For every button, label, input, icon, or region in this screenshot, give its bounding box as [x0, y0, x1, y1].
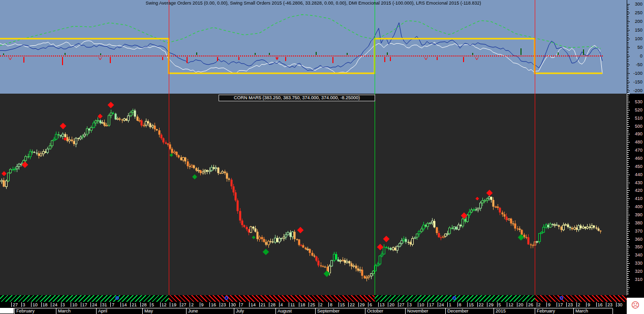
indicator-axis-tick — [627, 37, 629, 38]
day-label: 27 — [13, 302, 18, 307]
indicator-axis-label: 300 — [629, 2, 642, 7]
day-tick — [209, 302, 210, 307]
indicator-axis-tick — [627, 32, 629, 32]
price-axis-tick — [627, 102, 630, 102]
price-axis-tick — [627, 279, 630, 280]
price-axis-tick — [627, 152, 629, 153]
row-separator — [0, 308, 612, 308]
price-axis-tick — [627, 136, 629, 136]
day-label: 2 — [191, 302, 194, 307]
day-label: 22 — [479, 302, 484, 307]
day-label: 17 — [429, 302, 434, 307]
price-axis-label: 390 — [630, 212, 642, 217]
day-label: 28 — [270, 302, 275, 307]
day-tick — [398, 302, 398, 307]
indicator-axis-label: -100 — [629, 71, 642, 76]
indicator-axis-tick — [627, 61, 629, 62]
day-tick — [378, 302, 379, 307]
day-label: 8 — [330, 302, 332, 307]
indicator-axis-tick — [627, 26, 629, 27]
day-label: 10 — [419, 302, 424, 307]
day-tick — [11, 302, 12, 307]
month-tick — [96, 308, 97, 314]
month-label: September — [317, 308, 340, 313]
price-axis-label: 320 — [630, 269, 642, 274]
price-axis-tick — [627, 194, 629, 195]
price-axis-label: 470 — [630, 148, 642, 153]
price-axis-tick — [627, 283, 629, 284]
price-axis-tick — [627, 164, 629, 165]
indicator-axis-tick — [627, 34, 629, 34]
indicator-axis-tick — [627, 23, 629, 23]
price-panel: CORN MAR5 (383.250, 383.750, 374.000, 37… — [0, 94, 627, 295]
day-tick — [507, 302, 507, 307]
day-tick — [160, 302, 161, 307]
indicator-axis-tick — [627, 49, 629, 49]
indicator-axis-tick — [627, 92, 629, 93]
day-label: 2 — [578, 302, 580, 307]
price-axis-tick — [627, 173, 629, 173]
price-axis-tick — [627, 150, 630, 151]
day-tick — [180, 302, 180, 307]
price-axis-tick — [627, 132, 629, 132]
indicator-y-axis: 300250200150100500-50-100-150-200 — [627, 0, 644, 94]
price-axis-tick — [627, 281, 629, 282]
price-axis-tick — [627, 219, 629, 219]
price-axis-label: 380 — [630, 220, 642, 225]
price-axis-tick — [627, 166, 630, 167]
event-marker-icon — [225, 296, 228, 300]
day-tick — [101, 302, 101, 307]
day-tick — [388, 302, 388, 307]
indicator-axis-label: -200 — [629, 88, 642, 93]
price-plot-canvas[interactable] — [0, 94, 627, 295]
indicator-plot-canvas[interactable] — [0, 0, 627, 94]
price-axis-tick — [627, 261, 629, 262]
day-tick — [279, 302, 280, 307]
day-label: 17 — [558, 302, 563, 307]
day-label: 14 — [251, 302, 256, 307]
day-tick — [477, 302, 478, 307]
day-tick — [259, 302, 260, 307]
day-tick — [21, 302, 22, 307]
month-label: February — [16, 308, 35, 313]
day-tick — [447, 302, 448, 307]
sad-face-icon[interactable]: ☹ — [631, 301, 640, 309]
price-axis-tick — [627, 116, 629, 117]
price-axis-tick — [627, 221, 629, 221]
price-axis-tick — [627, 227, 629, 227]
day-tick — [527, 302, 527, 307]
price-axis-tick — [627, 110, 630, 110]
price-axis-label: 330 — [630, 261, 642, 266]
indicator-axis-tick — [627, 40, 629, 41]
day-label: 25 — [310, 302, 315, 307]
month-tick — [405, 308, 406, 314]
price-axis-tick — [627, 257, 629, 258]
indicator-axis-tick — [627, 46, 629, 46]
price-axis-tick — [627, 142, 630, 142]
month-tick — [14, 308, 15, 314]
indicator-axis-tick — [627, 20, 629, 20]
price-axis-tick — [627, 231, 630, 232]
price-axis-label: 340 — [630, 252, 642, 258]
trend-strip-segment-down — [169, 295, 375, 302]
price-axis-tick — [627, 209, 629, 209]
event-marker-icon — [560, 296, 563, 300]
price-axis-tick — [627, 108, 629, 108]
indicator-axis-tick — [627, 68, 629, 69]
price-axis-tick — [627, 177, 629, 177]
price-axis-tick — [627, 130, 629, 131]
indicator-axis-tick — [627, 70, 629, 70]
day-tick — [130, 302, 131, 307]
price-axis-tick — [627, 213, 629, 213]
price-axis-tick — [627, 237, 629, 238]
day-label: 15 — [469, 302, 474, 307]
month-label: October — [367, 308, 383, 313]
month-axis-row: FebruaryMarchAprilMayJuneJulyAugustSepte… — [0, 308, 627, 314]
price-axis-label: 460 — [630, 156, 642, 161]
day-label: 20 — [389, 302, 394, 307]
price-axis-label: 420 — [630, 188, 642, 193]
day-tick — [190, 302, 190, 307]
price-axis-tick — [627, 215, 630, 215]
price-axis-tick — [627, 198, 630, 199]
indicator-axis-tick — [627, 18, 629, 18]
